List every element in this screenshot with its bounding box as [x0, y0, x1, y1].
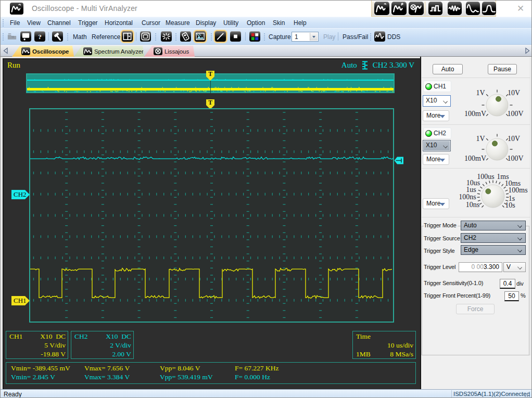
toolbar-separator2: [136, 32, 136, 41]
trigger-style-label: Trigger Style: [424, 248, 455, 254]
toolbar-grip2[interactable]: [67, 33, 70, 41]
toolbar-grip[interactable]: [3, 33, 5, 41]
auto-button[interactable]: Auto: [433, 64, 463, 74]
capture-count-combobox[interactable]: 1: [292, 32, 319, 42]
autoset-icon[interactable]: [161, 31, 172, 42]
menu-view[interactable]: View: [27, 19, 41, 28]
device-card-icon[interactable]: [180, 31, 191, 42]
trigger-mode-dropdown[interactable]: Auto: [461, 221, 526, 230]
dds-icon[interactable]: [374, 31, 385, 42]
menubar-grip[interactable]: [3, 19, 5, 27]
pause-button[interactable]: Pause: [488, 64, 517, 74]
menu-horizontal[interactable]: Horizontal: [105, 19, 133, 28]
tab-oscilloscope[interactable]: Oscilloscope: [12, 46, 74, 57]
toolbar-grip7[interactable]: [370, 33, 373, 41]
triangle-down-icon: [440, 115, 445, 118]
resize-grip-icon[interactable]: [524, 391, 531, 398]
color-settings-icon[interactable]: [249, 31, 260, 42]
trigger-level-label: Trigger Level: [424, 264, 457, 270]
ch1-more-button[interactable]: More: [423, 110, 449, 121]
ch2-more-button[interactable]: More: [423, 154, 449, 165]
menu-channel[interactable]: Channel: [47, 19, 71, 28]
math-button[interactable]: Math: [73, 33, 87, 41]
ch1-position-marker[interactable]: CH1: [11, 296, 30, 305]
play-button[interactable]: Play: [323, 33, 335, 41]
toolbar-grip6[interactable]: [264, 33, 267, 41]
reference-button[interactable]: Reference: [92, 33, 120, 41]
tab-scroll-left-icon[interactable]: [3, 47, 9, 54]
sweep-wave-icon[interactable]: [466, 2, 480, 15]
toolbar-grip3[interactable]: [155, 33, 158, 41]
force-button[interactable]: Force: [456, 304, 495, 314]
status-separator: [451, 390, 452, 398]
trigger-level-input[interactable]: 0 003.300: [459, 262, 502, 272]
save-icon[interactable]: [20, 31, 31, 42]
square-wave-icon[interactable]: [428, 2, 442, 15]
dot-style-icon[interactable]: [230, 31, 241, 42]
menu-utility[interactable]: Utility: [223, 19, 238, 28]
lissajous-icon[interactable]: [409, 2, 424, 15]
trigger-sensitivity-input[interactable]: 0.4: [500, 279, 515, 289]
toolbar-grip5[interactable]: [211, 33, 213, 41]
pulse-wave-icon[interactable]: [482, 2, 496, 15]
panel-toggle-icon[interactable]: [122, 31, 133, 42]
trigger-sensitivity-label: Trigger Sensitivity(0-1.0): [424, 280, 484, 286]
triangle-down-icon3: [440, 203, 445, 206]
tab-spectrum-label: Spectrum Analyzer: [94, 48, 144, 55]
ch2-more-label: More: [426, 156, 440, 163]
ch1-enable[interactable]: CH1: [423, 81, 451, 92]
ch2-label: CH2: [434, 130, 446, 137]
titlebar-toolbar: [371, 1, 496, 17]
ch1-probe-combobox[interactable]: X10: [423, 95, 451, 107]
time-info-name: Time: [356, 332, 371, 341]
triangle-down-icon2: [440, 159, 445, 162]
trigger-style-dropdown[interactable]: Edge: [461, 245, 526, 255]
menu-skin[interactable]: Skin: [273, 19, 285, 28]
oscilloscope-wave-icon[interactable]: [374, 2, 389, 15]
ch1-vmax: Vmax= 7.656 V: [84, 364, 130, 373]
menu-display[interactable]: Display: [196, 19, 216, 28]
ch2-probe-combobox[interactable]: X10: [423, 140, 451, 151]
menu-file[interactable]: File: [10, 19, 20, 28]
dds-button[interactable]: DDS: [387, 33, 400, 41]
ch2-enable[interactable]: CH2: [423, 127, 451, 139]
trigger-level-marker[interactable]: [394, 157, 404, 164]
chevron-down-icon6: [517, 248, 522, 252]
menu-help[interactable]: Help: [294, 19, 307, 28]
burst-wave-icon[interactable]: [448, 2, 462, 15]
trigger-source-dropdown[interactable]: CH2: [461, 233, 526, 243]
measurements-box: Vmin= -389.455 mV Vmax= 7.656 V Vpp= 8.0…: [6, 362, 416, 384]
menu-measure[interactable]: Measure: [166, 19, 190, 28]
trigger-level-unit-dropdown[interactable]: V: [503, 262, 526, 272]
ch2-knob-label-100mv: 100mV: [464, 155, 486, 163]
ch1-knob-label-10v: 10V: [508, 89, 520, 97]
menu-trigger[interactable]: Trigger: [78, 19, 98, 28]
timebase-more-button[interactable]: More: [423, 198, 449, 209]
ch2-position-marker[interactable]: CH2: [11, 190, 30, 199]
spectrum-wave-icon[interactable]: [391, 2, 407, 15]
menu-cursor[interactable]: Cursor: [142, 19, 160, 28]
line-style-icon[interactable]: [215, 31, 226, 42]
utility-hammer-icon[interactable]: [52, 31, 63, 42]
fullscreen-icon[interactable]: [140, 31, 151, 42]
menu-option[interactable]: Option: [247, 19, 265, 28]
tab-spectrum-analyzer[interactable]: Spectrum Analyzer: [74, 46, 144, 57]
tab-lissajous[interactable]: Lissajous: [144, 46, 195, 57]
capture-label: Capture: [269, 33, 291, 41]
chevron-down-icon: [443, 99, 448, 104]
oscilloscope-tab-icon: [21, 47, 30, 55]
open-file-icon[interactable]: [7, 31, 18, 42]
toolbar-grip4[interactable]: [175, 33, 178, 41]
screenshot-icon[interactable]: [195, 31, 206, 42]
close-icon[interactable]: ✕: [515, 4, 526, 14]
help-icon[interactable]: ?: [34, 31, 45, 42]
trigger-mode-label: Trigger Mode: [424, 222, 458, 228]
passfail-button[interactable]: Pass/Fail: [343, 33, 368, 41]
graticule[interactable]: [29, 108, 394, 323]
capture-combo-button[interactable]: [310, 33, 318, 41]
app-window: Oscilloscope - Multi VirAnalyzer: [0, 0, 532, 398]
titlebar-tool-group: [373, 2, 425, 15]
tab-scroll-right-icon[interactable]: [524, 47, 530, 54]
trigger-front-input[interactable]: 50: [504, 291, 519, 301]
ch1-knob-label-1v: 1V: [476, 89, 485, 97]
